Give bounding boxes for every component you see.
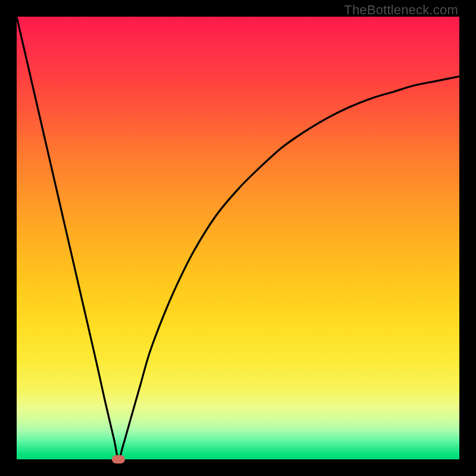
curve-path bbox=[17, 17, 459, 459]
attribution-label: TheBottleneck.com bbox=[344, 2, 458, 18]
bottleneck-curve bbox=[17, 17, 459, 459]
chart-frame: TheBottleneck.com bbox=[0, 0, 476, 476]
minimum-marker bbox=[112, 455, 125, 464]
chart-plot-area bbox=[17, 17, 459, 459]
